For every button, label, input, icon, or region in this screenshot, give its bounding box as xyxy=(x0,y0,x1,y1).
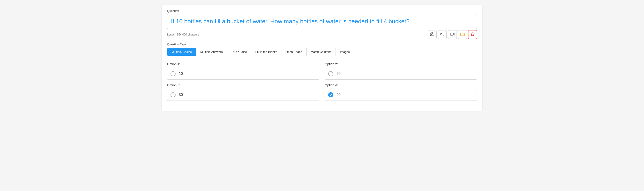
option-4-checkmark[interactable] xyxy=(328,92,333,97)
option-2-label: Option 2: xyxy=(325,62,477,66)
option-2-group: Option 2: 20 xyxy=(325,62,477,80)
option-1-radio[interactable] xyxy=(170,71,176,76)
char-count: Length: 95/4000 charaters xyxy=(167,33,199,36)
options-grid: Option 1: 10 Option 2: 20 Option 3: 30 O… xyxy=(167,62,477,104)
camera-icon xyxy=(430,32,434,37)
option-3-group: Option 3: 30 xyxy=(167,83,319,101)
option-1-label: Option 1: xyxy=(167,62,319,66)
tab-fill-blanks[interactable]: Fill in the Blanks xyxy=(251,48,282,56)
option-2-radio[interactable] xyxy=(328,71,333,76)
option-3-value: 30 xyxy=(179,93,183,97)
toolbar-icons xyxy=(428,30,477,39)
svg-rect-1 xyxy=(450,33,453,35)
folder-button[interactable] xyxy=(458,30,467,39)
question-text: If 10 bottles can fill a bucket of water… xyxy=(171,17,473,25)
question-label: Question xyxy=(167,9,477,12)
option-4-value: 40 xyxy=(336,93,340,97)
tab-multiple-answers[interactable]: Multiple Answers xyxy=(196,48,227,56)
tab-images[interactable]: Images xyxy=(336,48,354,56)
audio-icon xyxy=(440,32,444,37)
option-4-input[interactable]: 40 xyxy=(325,89,477,101)
question-type-label: Question Type: xyxy=(167,43,477,46)
tab-true-false[interactable]: True / False xyxy=(227,48,251,56)
option-2-input[interactable]: 20 xyxy=(325,68,477,80)
question-editor: Question If 10 bottles can fill a bucket… xyxy=(162,4,482,111)
tab-multiple-choice[interactable]: Multiple Choice xyxy=(167,48,196,56)
option-3-radio[interactable] xyxy=(170,92,176,97)
tab-match-columns[interactable]: Match Columns xyxy=(307,48,336,56)
delete-button[interactable] xyxy=(468,30,477,39)
meta-row: Length: 95/4000 charaters xyxy=(167,30,477,39)
option-3-label: Option 3: xyxy=(167,83,319,87)
audio-button[interactable] xyxy=(438,30,447,39)
option-4-group: Option 4: 40 xyxy=(325,83,477,101)
option-2-value: 20 xyxy=(336,72,340,76)
option-3-input[interactable]: 30 xyxy=(167,89,319,101)
tab-open-ended[interactable]: Open Ended xyxy=(282,48,307,56)
svg-marker-0 xyxy=(441,33,442,35)
option-1-input[interactable]: 10 xyxy=(167,68,319,80)
option-1-value: 10 xyxy=(179,72,183,76)
folder-icon xyxy=(460,32,465,37)
video-icon xyxy=(450,32,455,37)
camera-button[interactable] xyxy=(428,30,436,39)
question-input-box[interactable]: If 10 bottles can fill a bucket of water… xyxy=(167,14,477,29)
option-1-group: Option 1: 10 xyxy=(167,62,319,80)
question-type-tabs: Multiple Choice Multiple Answers True / … xyxy=(167,48,354,56)
video-button[interactable] xyxy=(448,30,457,39)
trash-icon xyxy=(471,32,474,37)
option-4-label: Option 4: xyxy=(325,83,477,87)
